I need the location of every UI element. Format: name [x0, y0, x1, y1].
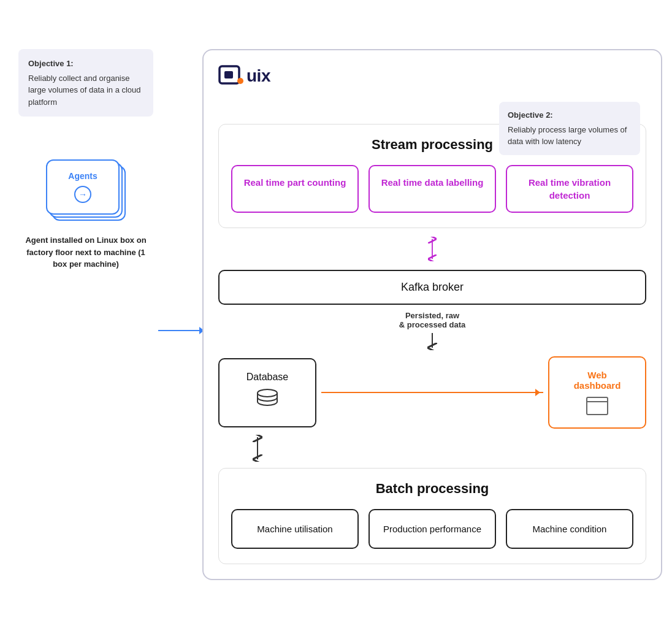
db-batch-arrow — [218, 435, 646, 462]
stream-card-2: Real time vibration detection — [506, 165, 633, 213]
database-icon — [256, 389, 279, 414]
stream-card-1: Real time data labelling — [368, 165, 496, 213]
persisted-data-label: Persisted, raw& processed data — [399, 311, 465, 329]
stream-card-1-label: Real time data labelling — [381, 177, 484, 188]
batch-processing-section: Batch processing Machine utilisation Pro… — [218, 468, 646, 564]
web-dashboard-box: Web dashboard — [548, 356, 646, 429]
kafka-broker-label: Kafka broker — [401, 281, 464, 293]
agents-card-front: Agents → — [46, 159, 120, 215]
quix-logo: uix — [218, 65, 646, 87]
objective2-title: Objective 2: — [508, 109, 632, 121]
objective1-title: Objective 1: — [28, 58, 143, 70]
agent-description: Agent installed on Linux box on factory … — [18, 234, 153, 270]
agents-arrow-icon: → — [74, 186, 91, 203]
kafka-db-arrow: Persisted, raw& processed data — [218, 311, 646, 350]
batch-card-0: Machine utilisation — [231, 509, 359, 549]
database-row: Database Web dashboard — [218, 356, 646, 429]
left-panel: Objective 1: Reliably collect and organi… — [18, 49, 153, 270]
svg-rect-1 — [224, 71, 233, 78]
agents-card-stack: Agents → — [46, 159, 126, 227]
objective2-text: Reliably process large volumes of data w… — [508, 125, 627, 147]
db-to-dashboard-arrow — [321, 392, 543, 393]
agents-to-kafka-arrow — [158, 330, 207, 331]
database-box: Database — [218, 358, 316, 427]
batch-section-title: Batch processing — [231, 481, 633, 497]
stream-card-2-label: Real time vibration detection — [529, 177, 611, 201]
batch-card-2: Machine condition — [506, 509, 633, 549]
svg-point-2 — [237, 78, 243, 84]
stream-card-0-label: Real time part counting — [244, 177, 346, 188]
database-label: Database — [246, 372, 289, 383]
kafka-broker-box: Kafka broker — [218, 270, 646, 305]
quix-logo-text: uix — [246, 66, 270, 86]
stream-card-0: Real time part counting — [231, 165, 359, 213]
page-container: Objective 1: Reliably collect and organi… — [12, 12, 660, 639]
objective1-box: Objective 1: Reliably collect and organi… — [18, 49, 153, 117]
quix-logo-icon — [218, 65, 245, 87]
batch-cards: Machine utilisation Production performan… — [231, 509, 633, 549]
stream-cards: Real time part counting Real time data l… — [231, 165, 633, 213]
agents-label: Agents — [68, 171, 97, 181]
batch-card-0-label: Machine utilisation — [257, 524, 332, 534]
svg-point-5 — [258, 389, 277, 397]
batch-card-2-label: Machine condition — [533, 524, 607, 534]
web-dashboard-label: Web dashboard — [564, 370, 630, 391]
agents-section: Agents → Agent installed on Linux box on… — [18, 159, 153, 270]
batch-card-1: Production performance — [368, 509, 496, 549]
objective2-box: Objective 2: Reliably process large volu… — [499, 102, 640, 155]
stream-kafka-arrow — [218, 237, 646, 261]
objective1-text: Reliably collect and organise large volu… — [28, 74, 141, 107]
main-panel: uix Objective 2: Reliably process large … — [202, 49, 662, 580]
batch-card-1-label: Production performance — [383, 524, 481, 534]
window-icon — [586, 397, 608, 415]
